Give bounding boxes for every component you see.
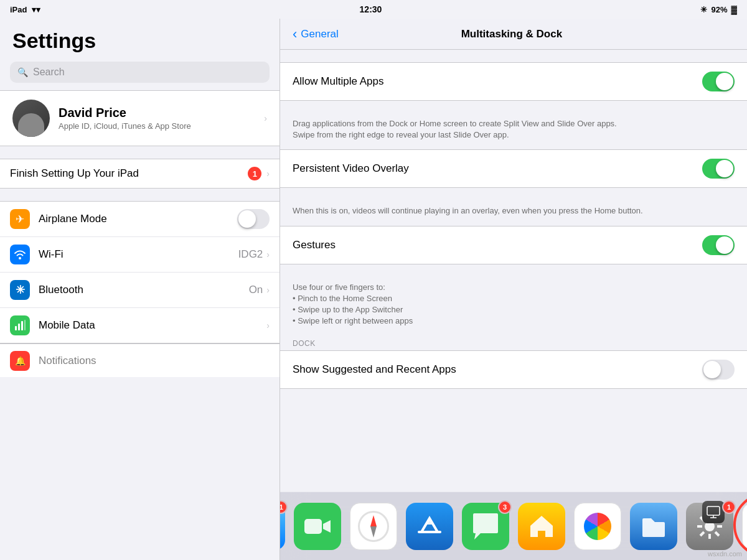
mail-badge: 56,381 (280, 500, 288, 514)
dock: 56,381 (280, 492, 747, 560)
dock-item-photos[interactable] (574, 503, 621, 550)
gestures-row[interactable]: Gestures (280, 226, 747, 264)
persistent-video-group: Persistent Video Overlay (280, 149, 747, 188)
profile-info: David Price Apple ID, iCloud, iTunes & A… (59, 106, 255, 131)
safari-compass (358, 511, 389, 542)
airplane-label: Airplane Mode (39, 213, 237, 225)
compass-south (370, 526, 377, 538)
dock-item-appstore[interactable] (406, 503, 453, 550)
right-panel: ‹ General Multitasking & Dock Allow Mult… (280, 19, 747, 560)
wifi-icon: ▾▾ (32, 5, 40, 14)
status-right: ✳ 92% ▓ (700, 5, 737, 14)
safari-left-icon[interactable] (350, 503, 397, 550)
profile-subtitle: Apple ID, iCloud, iTunes & App Store (59, 121, 255, 131)
profile-section[interactable]: David Price Apple ID, iCloud, iTunes & A… (0, 90, 280, 146)
search-input[interactable]: Search (33, 67, 65, 78)
back-chevron-icon: ‹ (293, 27, 297, 41)
back-button[interactable]: ‹ General (293, 27, 339, 41)
content-area: Allow Multiple Apps Drag applications fr… (280, 50, 747, 492)
finish-setup-row[interactable]: Finish Setting Up Your iPad 1 › (0, 159, 280, 189)
status-time: 12:30 (360, 4, 382, 14)
bluetooth-chevron: › (266, 285, 270, 295)
bluetooth-value: On (249, 284, 263, 296)
allow-multiple-thumb (716, 73, 733, 90)
allow-multiple-toggle[interactable] (702, 72, 735, 91)
mobiledata-label: Mobile Data (39, 319, 266, 332)
profile-name: David Price (59, 106, 255, 120)
search-bar-container: 🔍 Search (0, 58, 280, 90)
svg-line-13 (715, 532, 719, 536)
notifications-partial-row[interactable]: 🔔 Notifications (0, 343, 280, 377)
gestures-group: Gestures (280, 226, 747, 264)
svg-rect-16 (707, 506, 720, 515)
allow-multiple-group: Allow Multiple Apps (280, 62, 747, 101)
gestures-desc: Use four or five fingers to: • Pinch to … (280, 277, 747, 336)
gestures-thumb (716, 236, 733, 254)
avatar (12, 100, 50, 137)
sidebar-item-bluetooth[interactable]: ✳ Bluetooth On › (0, 273, 280, 308)
watermark: wsxdn.com (708, 550, 742, 558)
files-icon[interactable] (630, 503, 677, 550)
show-suggested-row[interactable]: Show Suggested and Recent Apps (280, 351, 747, 388)
show-suggested-thumb (703, 361, 721, 378)
dock-item-messages[interactable]: 3 (462, 503, 509, 550)
photos-icon[interactable] (574, 503, 621, 550)
dock-item-home[interactable] (518, 503, 565, 550)
home-icon[interactable] (518, 503, 565, 550)
svg-rect-1 (18, 324, 20, 330)
allow-multiple-row[interactable]: Allow Multiple Apps (280, 63, 747, 100)
photos-wheel (584, 513, 611, 540)
persistent-video-toggle[interactable] (702, 159, 735, 179)
dock-item-mail[interactable]: 56,381 (280, 503, 285, 550)
section-spacer-1 (0, 189, 280, 201)
svg-rect-3 (24, 320, 26, 330)
search-icon: 🔍 (17, 67, 28, 77)
svg-rect-0 (15, 326, 17, 330)
appstore-icon[interactable] (406, 503, 453, 550)
show-suggested-label: Show Suggested and Recent Apps (293, 363, 702, 376)
dock-item-safari-left[interactable] (350, 503, 397, 550)
show-suggested-toggle[interactable] (702, 360, 735, 380)
status-bar: iPad ▾▾ 12:30 ✳ 92% ▓ (0, 0, 747, 19)
airplane-icon: ✈ (10, 209, 30, 229)
allow-multiple-label: Allow Multiple Apps (293, 75, 702, 88)
svg-line-15 (700, 532, 704, 536)
wifi-chevron: › (266, 250, 270, 259)
bluetooth-label: Bluetooth (39, 284, 249, 296)
safari-right-icon[interactable] (742, 503, 747, 550)
search-bar[interactable]: 🔍 Search (10, 62, 270, 83)
notifications-icon: 🔔 (10, 351, 30, 371)
toggle-thumb (238, 210, 256, 228)
settings-badge: 1 (722, 500, 736, 514)
finish-setup-label: Finish Setting Up Your iPad (10, 167, 248, 180)
dock-item-safari-right[interactable] (742, 503, 747, 550)
dock-group: Show Suggested and Recent Apps (280, 350, 747, 389)
svg-rect-6 (304, 519, 322, 534)
messages-badge: 3 (498, 500, 512, 514)
persistent-video-desc: When this is on, videos will continue pl… (280, 200, 747, 225)
persistent-video-label: Persistent Video Overlay (293, 162, 702, 175)
settings-title: Settings (0, 19, 280, 58)
carrier-label: iPad (10, 5, 27, 14)
sidebar-item-airplane[interactable]: ✈ Airplane Mode (0, 202, 280, 237)
airplane-toggle[interactable] (237, 209, 270, 229)
sidebar-item-wifi[interactable]: Wi-Fi IDG2 › (0, 237, 280, 273)
svg-rect-2 (21, 321, 23, 330)
sidebar-item-mobiledata[interactable]: Mobile Data › (0, 308, 280, 343)
facetime-icon[interactable] (294, 503, 341, 550)
avatar-silhouette (18, 113, 44, 137)
finish-setup-badge: 1 (248, 167, 261, 180)
dock-tv-icon[interactable] (702, 501, 725, 523)
persistent-video-row[interactable]: Persistent Video Overlay (280, 150, 747, 187)
left-panel: Settings 🔍 Search David Price Apple ID, … (0, 19, 280, 560)
finish-setup-chevron: › (266, 169, 270, 179)
bluetooth-settings-icon: ✳ (10, 280, 30, 300)
dock-item-facetime[interactable] (294, 503, 341, 550)
wifi-label: Wi-Fi (39, 248, 238, 261)
dock-item-files[interactable] (630, 503, 677, 550)
mobiledata-chevron: › (266, 320, 270, 330)
settings-group-main: ✈ Airplane Mode Wi-Fi IDG2 › (0, 201, 280, 343)
allow-multiple-desc: Drag applications from the Dock or Home … (280, 113, 747, 149)
main-layout: Settings 🔍 Search David Price Apple ID, … (0, 19, 747, 560)
gestures-toggle[interactable] (702, 235, 735, 255)
